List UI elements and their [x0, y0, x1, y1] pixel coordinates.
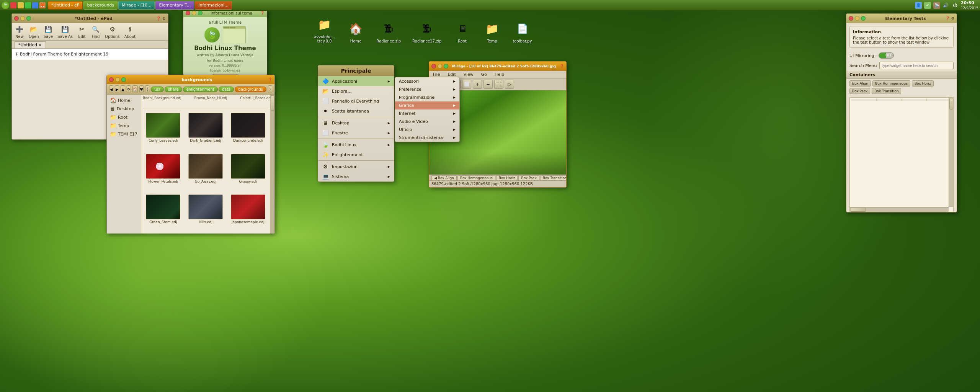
epad-min-btn[interactable] [20, 16, 25, 21]
taskbar-icon-5[interactable]: 🦊 [39, 2, 46, 8]
elem-test-btn-box-align[interactable]: Box Align [849, 80, 871, 87]
mirage-tb-slideshow[interactable]: ▷ [505, 80, 514, 89]
mirage-tab-box-trans[interactable]: Box Transition [540, 175, 566, 180]
mirage-menu-view[interactable]: View [462, 72, 475, 77]
taskbar-start-icon[interactable]: 🍃 [2, 2, 9, 9]
epad-saveas-btn[interactable]: 💾 Save As [57, 24, 73, 39]
elem-test-btn-box-trans[interactable]: Box Transition [872, 88, 901, 94]
epad-edit-btn[interactable]: ✂ Edit [77, 24, 87, 39]
fm-crumb-share[interactable]: share [165, 87, 182, 92]
epad-open-btn[interactable]: 📂 Open [29, 24, 39, 39]
fm-crumb-backgrounds[interactable]: backgrounds [235, 87, 266, 92]
mirage-tab-box-horiz[interactable]: Box Horiz [496, 175, 518, 180]
submenu-preferenze[interactable]: Preferenze ▶ [395, 85, 459, 93]
menu-item-pannello[interactable]: ⬜ Pannello di Everything [318, 96, 394, 106]
mirage-tb-zoom-out[interactable]: − [483, 80, 493, 89]
fm-bookmark-btn[interactable]: ♥ [139, 85, 144, 93]
fm-item-go-away[interactable]: Go_Away.edj [185, 152, 226, 191]
epad-about-btn[interactable]: ℹ About [124, 24, 136, 39]
desktop-icon-toolbar-py[interactable]: 📄 toolbar.py [513, 20, 532, 43]
mirage-menu-file[interactable]: File [431, 72, 441, 77]
elem-vscrollbar-thumb[interactable] [949, 98, 953, 109]
desktop-icon-root[interactable]: 🖥 Root [453, 20, 472, 43]
mirage-menu-edit[interactable]: Edit [446, 72, 457, 77]
desktop-icon-home[interactable]: 🏠 Home [346, 20, 365, 43]
submenu-audio-video[interactable]: Audio e Video ▶ [395, 118, 459, 126]
fm-home-btn[interactable]: 🏠 [132, 85, 138, 93]
fm-crumb-usr[interactable]: usr [151, 87, 164, 92]
epad-options-btn[interactable]: ⚙ Options [105, 24, 120, 39]
desktop-icon-temp[interactable]: 📁 Temp [483, 20, 501, 43]
taskbar-sys-icon-3[interactable]: 📡 [933, 2, 940, 9]
fm-sidebar-temp[interactable]: 📁 Temp [108, 121, 139, 130]
fm-up-btn[interactable]: ▲ [121, 85, 125, 93]
submenu-ufficio[interactable]: Ufficio ▶ [395, 126, 459, 134]
epad-content-area[interactable]: ↓ Bodhi Forum Theme for Enlightenment 19 [12, 49, 168, 60]
elem-hscrollbar[interactable] [850, 207, 949, 212]
fm-forward-btn[interactable]: ▶ [115, 85, 119, 93]
mirage-tab-box-homng[interactable]: Box Homngeneous [457, 175, 495, 180]
menu-item-applicazioni[interactable]: 🔷 Applicazioni ▶ [318, 76, 394, 86]
submenu-strumenti[interactable]: Strumenti di sistema ▶ [395, 134, 459, 142]
fm-sidebar-root[interactable]: 📁 Root [108, 113, 139, 121]
fm-refresh-btn[interactable]: ↻ [127, 85, 131, 93]
fm-sidebar-home[interactable]: 🏠 Home [108, 96, 139, 105]
mirage-menu-help[interactable]: Help [493, 72, 506, 77]
taskbar-icon-2[interactable] [18, 2, 24, 8]
menu-item-desktop[interactable]: 🖥 Desktop ▶ [318, 118, 394, 128]
fm-item-green-stem[interactable]: Green_Stem.edj [143, 193, 184, 232]
fm-scrollbar-thumb[interactable] [271, 95, 274, 111]
fm-item-flower-petals[interactable]: Flower_Petals.edj [143, 152, 184, 191]
taskbar-btn-elementary[interactable]: Elementary T... [155, 1, 194, 10]
epad-max-btn[interactable] [26, 16, 31, 21]
fm-item-dark-gradient[interactable]: Dark_Gradient.edj [185, 111, 226, 150]
epad-new-btn[interactable]: ➕ New [15, 24, 24, 39]
taskbar-btn-epad[interactable]: *Untitled - eP [48, 1, 83, 10]
elem-test-btn-box-homng[interactable]: Box Homngeneous [872, 80, 910, 87]
elem-ui-mirroring-toggle[interactable]: OFF [879, 52, 894, 59]
menu-item-finestre[interactable]: ⬜ finestre ▶ [318, 128, 394, 138]
epad-settings-icon[interactable]: ⚙ [162, 16, 166, 21]
fm-item-grassy[interactable]: Grassy.edj [227, 152, 268, 191]
fm-crumb-data[interactable]: data [219, 87, 234, 92]
fm-prev-btn[interactable]: ⟨ [145, 85, 149, 93]
submenu-programmazione[interactable]: Programmazione ▶ [395, 93, 459, 101]
menu-item-sistema[interactable]: 💻 Sistema ▶ [318, 172, 394, 181]
fm-scrollbar[interactable] [270, 95, 274, 234]
fm-item-curly-leaves[interactable]: Curly_Leaves.edj [143, 111, 184, 150]
epad-tab-close[interactable]: ✕ [39, 43, 42, 47]
taskbar-sys-icon-1[interactable]: 👤 [915, 2, 922, 9]
taskbar-btn-mirage[interactable]: Mirage - [10... [118, 1, 155, 10]
fm-crumb-enlightenment[interactable]: enlightenment [183, 87, 218, 92]
taskbar-icon-4[interactable] [32, 2, 38, 8]
fm-sidebar-temi[interactable]: 📁 TEMI E17 [108, 130, 139, 138]
elem-max-btn[interactable] [861, 16, 866, 21]
fm-item-hills[interactable]: Hills.edj [185, 193, 226, 232]
mirage-tab-box-pack[interactable]: Box Pack [518, 175, 539, 180]
elem-test-btn-box-pack[interactable]: Box Pack [849, 88, 870, 94]
bg-fm-close-btn[interactable] [109, 77, 114, 82]
desktop-icon-avvulghe[interactable]: 📁 avvulghe...tray.0.0 [314, 15, 335, 43]
elem-hscrollbar-thumb[interactable] [851, 208, 866, 212]
desktop-icon-radiance17-zip[interactable]: 🗜 Radiance17.zip [412, 20, 441, 43]
taskbar-btn-informazioni[interactable]: Informazioni... [195, 1, 232, 10]
mirage-min-btn[interactable] [438, 64, 442, 69]
taskbar-icon-1[interactable] [10, 2, 16, 8]
mirage-menu-go[interactable]: Go [480, 72, 488, 77]
menu-item-enlightenment[interactable]: ✨ Enlightenment [318, 150, 394, 160]
submenu-accessori[interactable]: Accessori ▶ [395, 77, 459, 85]
taskbar-volume-icon[interactable]: 🔊 [942, 2, 949, 9]
menu-item-bodhi[interactable]: 🍃 Bodhi Linux ▶ [318, 140, 394, 150]
elem-search-input[interactable] [879, 62, 954, 69]
mirage-max-btn[interactable] [444, 64, 448, 69]
submenu-grafica[interactable]: Grafica ▶ [395, 101, 459, 109]
taskbar-icon-3[interactable] [25, 2, 31, 8]
taskbar-power-icon[interactable]: ⏻ [952, 2, 959, 9]
mirage-tb-fit[interactable]: ⬜ [462, 80, 471, 89]
theme-close-btn-x[interactable] [186, 11, 190, 15]
bg-fm-min-btn[interactable] [115, 77, 120, 82]
taskbar-btn-backgrounds[interactable]: backgrounds [83, 1, 118, 10]
fm-item-japanesemaple[interactable]: Japanesemaple.edj [227, 193, 268, 232]
elem-min-btn[interactable] [855, 16, 859, 21]
desktop-icon-radiance-zip[interactable]: 🗜 Radiance.zip [376, 20, 401, 43]
